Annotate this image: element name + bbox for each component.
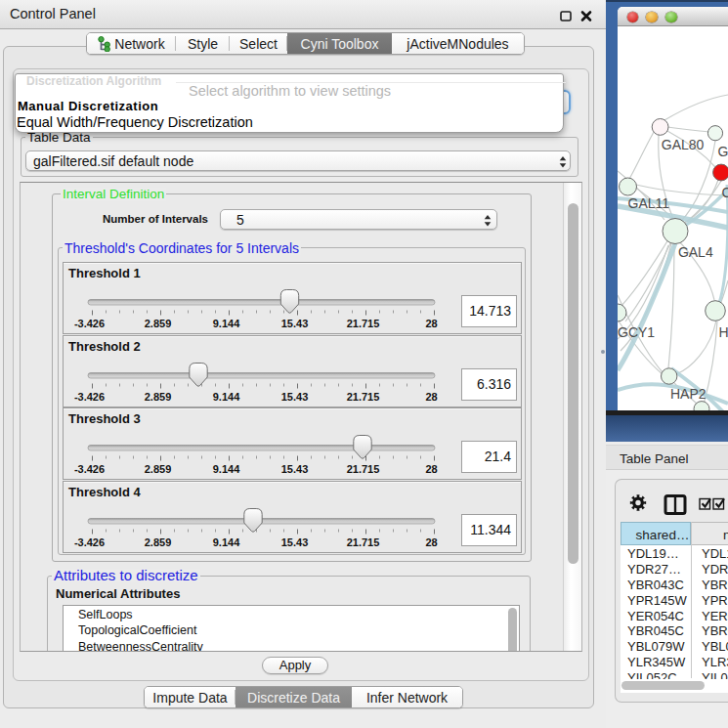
- svg-text:28: 28: [425, 390, 437, 402]
- svg-text:2.859: 2.859: [145, 535, 172, 547]
- svg-text:-3.426: -3.426: [74, 535, 105, 547]
- svg-text:-3.426: -3.426: [74, 463, 105, 475]
- svg-text:21.715: 21.715: [347, 318, 380, 329]
- svg-text:9.144: 9.144: [213, 535, 240, 547]
- svg-text:9.144: 9.144: [213, 318, 240, 329]
- svg-text:28: 28: [425, 535, 437, 547]
- svg-text:28: 28: [425, 463, 437, 475]
- svg-text:-3.426: -3.426: [74, 318, 105, 329]
- svg-text:GA: GA: [718, 144, 728, 159]
- svg-text:C: C: [721, 185, 728, 200]
- svg-text:GAL4: GAL4: [678, 244, 713, 260]
- svg-text:GAL80: GAL80: [662, 137, 705, 152]
- svg-text:GCY1: GCY1: [618, 324, 655, 340]
- svg-text:2.859: 2.859: [145, 390, 172, 402]
- svg-text:9.144: 9.144: [213, 390, 240, 402]
- svg-text:15.43: 15.43: [281, 318, 309, 329]
- svg-text:GAL11: GAL11: [628, 195, 670, 211]
- svg-text:15.43: 15.43: [281, 463, 309, 475]
- svg-text:21.715: 21.715: [347, 390, 380, 402]
- svg-text:28: 28: [425, 318, 437, 329]
- svg-text:2.859: 2.859: [145, 463, 172, 475]
- svg-text:9.144: 9.144: [213, 463, 240, 475]
- svg-text:-3.426: -3.426: [74, 390, 105, 402]
- svg-text:21.715: 21.715: [347, 535, 380, 547]
- svg-text:21.715: 21.715: [347, 463, 380, 475]
- svg-text:H: H: [718, 324, 728, 340]
- svg-text:15.43: 15.43: [281, 390, 309, 402]
- svg-text:2.859: 2.859: [145, 318, 172, 329]
- svg-text:HAP2: HAP2: [670, 386, 707, 402]
- svg-text:15.43: 15.43: [281, 535, 309, 547]
